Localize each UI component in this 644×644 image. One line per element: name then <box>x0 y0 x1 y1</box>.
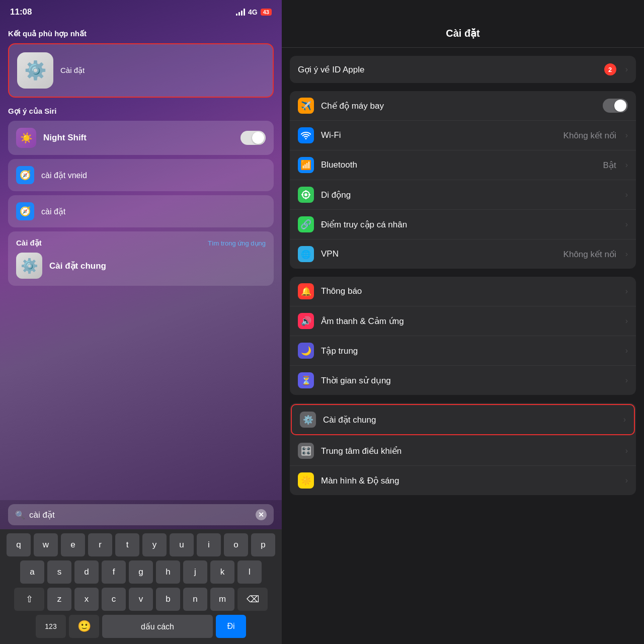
wifi-icon <box>298 127 314 143</box>
settings-list: Gợi ý về ID Apple 2 › ✈️ Chế độ máy bay <box>282 48 644 644</box>
key-l[interactable]: l <box>237 560 262 584</box>
cellular-row[interactable]: Di động › <box>290 180 636 210</box>
control-center-chevron: › <box>625 446 628 455</box>
airplane-toggle[interactable] <box>603 99 628 113</box>
search-results: Kết quả phù hợp nhất ⚙️ Cài đặt Gợi ý củ… <box>0 21 282 500</box>
keyboard-row-2: a s d f g h j k l <box>2 560 280 584</box>
keyboard-row-4: 123 🙂 dấu cách Đi <box>2 615 280 638</box>
search-input[interactable]: cài đặt <box>29 510 252 520</box>
connectivity-group: ✈️ Chế độ máy bay Wi-Fi Không kết nối › <box>290 91 636 269</box>
key-a[interactable]: a <box>20 560 44 584</box>
shift-key[interactable]: ⇧ <box>14 588 44 611</box>
key-e[interactable]: e <box>61 533 85 556</box>
display-row[interactable]: ☀️ Màn hình & Độ sáng › <box>290 466 636 495</box>
keyboard-row-3: ⇧ z x c v b n m ⌫ <box>2 588 280 611</box>
cai-dat-chung-icon: ⚙️ <box>16 253 42 279</box>
wifi-value: Không kết nối <box>564 130 616 141</box>
hotspot-icon: 🔗 <box>298 216 314 232</box>
vneid-row[interactable]: 🧭 cài đặt vneid <box>8 159 274 191</box>
control-center-icon: 🎛️ <box>298 443 314 459</box>
notifications-group: 🔔 Thông báo › 🔊 Âm thanh & Cảm ứng › 🌙 T… <box>290 277 636 395</box>
sound-row[interactable]: 🔊 Âm thanh & Cảm ứng › <box>290 306 636 336</box>
display-label: Màn hình & Độ sáng <box>321 475 618 486</box>
display-chevron: › <box>625 476 628 485</box>
night-shift-row[interactable]: ☀️ Night Shift <box>8 121 274 155</box>
bluetooth-value: Bật <box>603 160 616 171</box>
key-r[interactable]: r <box>88 533 112 556</box>
notifications-row[interactable]: 🔔 Thông báo › <box>290 277 636 306</box>
cai-dat-header: Cài đặt Tìm trong ứng dụng <box>16 238 266 248</box>
key-m[interactable]: m <box>210 588 234 611</box>
key-h[interactable]: h <box>156 560 180 584</box>
hotspot-row[interactable]: 🔗 Điểm truy cập cá nhân › <box>290 210 636 239</box>
go-key[interactable]: Đi <box>216 615 246 638</box>
key-q[interactable]: q <box>7 533 31 556</box>
screen-time-row[interactable]: ⏳ Thời gian sử dụng › <box>290 366 636 395</box>
key-g[interactable]: g <box>129 560 153 584</box>
num-key[interactable]: 123 <box>36 615 66 638</box>
top-result-label: Kết quả phù hợp nhất <box>8 29 274 38</box>
key-n[interactable]: n <box>183 588 207 611</box>
network-label: 4G <box>248 8 258 16</box>
keyboard: q w e r t y u i o p a s d f g h j k l ⇧ … <box>0 529 282 644</box>
backspace-key[interactable]: ⌫ <box>237 588 268 611</box>
key-j[interactable]: j <box>183 560 207 584</box>
focus-chevron: › <box>625 346 628 355</box>
cai-dat-safari-row[interactable]: 🧭 cài đặt <box>8 195 274 227</box>
general-settings-icon: ⚙️ <box>300 412 316 428</box>
control-center-row[interactable]: 🎛️ Trung tâm điều khiển › <box>290 436 636 466</box>
general-settings-label: Cài đặt chung <box>323 415 616 425</box>
sound-chevron: › <box>625 316 628 326</box>
key-p[interactable]: p <box>251 533 275 556</box>
key-z[interactable]: z <box>47 588 71 611</box>
siri-suggestions-label: Gợi ý của Siri <box>8 107 274 116</box>
general-settings-row[interactable]: ⚙️ Cài đặt chung › <box>291 404 635 435</box>
search-bar[interactable]: 🔍 cài đặt ✕ <box>8 504 274 525</box>
clear-search-button[interactable]: ✕ <box>256 509 267 520</box>
focus-row[interactable]: 🌙 Tập trung › <box>290 336 636 366</box>
emoji-key[interactable]: 🙂 <box>69 615 99 638</box>
apple-id-chevron: › <box>625 65 628 74</box>
airplane-label: Chế độ máy bay <box>321 101 596 111</box>
airplane-mode-row[interactable]: ✈️ Chế độ máy bay <box>290 91 636 121</box>
key-o[interactable]: o <box>224 533 248 556</box>
bluetooth-icon: 📶 <box>298 157 314 173</box>
key-s[interactable]: s <box>47 560 71 584</box>
key-w[interactable]: w <box>34 533 58 556</box>
wifi-chevron: › <box>625 131 628 140</box>
key-f[interactable]: f <box>102 560 126 584</box>
top-result-card[interactable]: ⚙️ Cài đặt <box>8 43 274 98</box>
key-u[interactable]: u <box>170 533 194 556</box>
key-v[interactable]: v <box>129 588 153 611</box>
cai-dat-chung-row[interactable]: ⚙️ Cài đặt chung <box>16 253 266 279</box>
wifi-row[interactable]: Wi-Fi Không kết nối › <box>290 121 636 150</box>
right-panel: Cài đặt Gợi ý về ID Apple 2 › ✈️ Chế độ … <box>282 0 644 644</box>
control-center-label: Trung tâm điều khiển <box>321 446 618 456</box>
vpn-icon: 🌐 <box>298 246 314 262</box>
bluetooth-row[interactable]: 📶 Bluetooth Bật › <box>290 150 636 180</box>
focus-icon: 🌙 <box>298 343 314 359</box>
general-settings-chevron: › <box>623 415 626 424</box>
key-x[interactable]: x <box>74 588 99 611</box>
bluetooth-label: Bluetooth <box>321 160 596 170</box>
tim-trong-ung-dung[interactable]: Tìm trong ứng dụng <box>208 239 266 247</box>
key-c[interactable]: c <box>102 588 126 611</box>
right-title: Cài đặt <box>446 28 480 39</box>
cai-dat-chung-label: Cài đặt chung <box>49 261 106 271</box>
cellular-chevron: › <box>625 190 628 199</box>
wifi-label: Wi-Fi <box>321 130 556 140</box>
vneid-label: cài đặt vneid <box>41 171 87 180</box>
screen-time-label: Thời gian sử dụng <box>321 375 618 386</box>
space-key[interactable]: dấu cách <box>102 615 213 638</box>
key-b[interactable]: b <box>156 588 180 611</box>
key-i[interactable]: i <box>197 533 221 556</box>
vpn-row[interactable]: 🌐 VPN Không kết nối › <box>290 239 636 269</box>
key-k[interactable]: k <box>210 560 234 584</box>
sound-label: Âm thanh & Cảm ứng <box>321 316 618 327</box>
key-y[interactable]: y <box>142 533 167 556</box>
key-d[interactable]: d <box>74 560 99 584</box>
key-t[interactable]: t <box>115 533 139 556</box>
top-result-app-name: Cài đặt <box>60 66 85 75</box>
apple-id-row[interactable]: Gợi ý về ID Apple 2 › <box>290 56 636 83</box>
night-shift-toggle[interactable] <box>240 131 266 145</box>
